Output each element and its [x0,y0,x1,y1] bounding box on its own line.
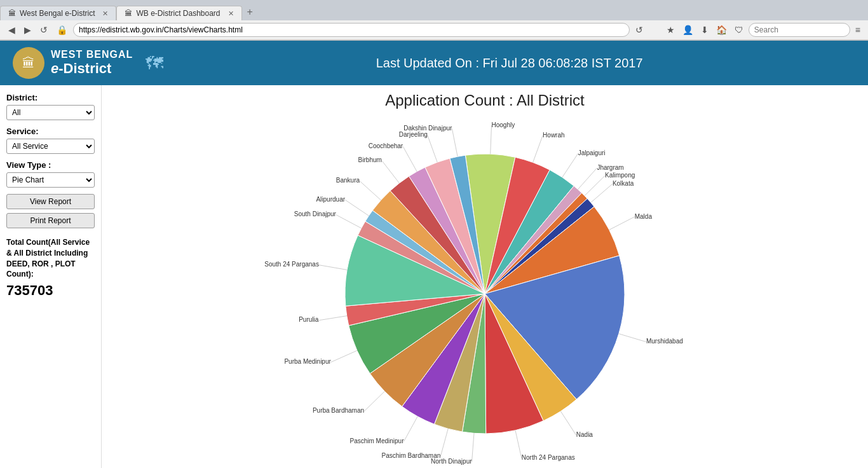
label-text-kalimpong: Kalimpong [605,172,635,179]
label-line-2 [562,153,578,177]
label-line-14 [331,350,357,362]
label-line-21 [403,146,417,171]
label-line-22 [428,135,437,162]
total-count-label: Total Count(All Service & All District I… [6,237,95,280]
label-text-coochbehar: Coochbehar [369,142,403,149]
district-select[interactable]: All [6,105,95,120]
label-line-6 [609,217,635,230]
service-label: Service: [6,127,95,136]
header-last-updated: Last Updated On : Fri Jul 28 06:08:28 IS… [163,56,855,71]
label-line-19 [360,181,381,200]
nav-bar: ◀ ▶ ↺ 🔒 ↺ ★ 👤 ⬇ 🏠 🛡 ≡ [0,20,868,40]
tab-wb-edistrict[interactable]: 🏛 West Bengal e-District ✕ [0,6,116,20]
total-count-value: 735703 [6,282,95,299]
label-text-paschim-bardhaman: Paschim Bardhaman [381,452,440,459]
label-line-10 [472,433,474,462]
label-line-20 [382,160,400,183]
main-content: District: All Service: All Service View … [0,85,868,468]
label-line-17 [336,215,362,228]
label-line-8 [560,411,576,436]
tab-label-2: WB e-District Dashboard [136,9,220,18]
logo-wb: West Bengal [51,48,133,60]
label-text-alipurduar: Alipurduar [316,196,345,203]
logo-emblem: 🏛 [13,47,44,79]
label-text-dakshin-dinajpur: Dakshin Dinajpur [403,125,452,132]
logo-edistrict: e-District [51,60,133,77]
label-text-darjeeling: Darjeeling [399,131,428,138]
chart-title: Application Count : All District [114,92,855,109]
reload-button[interactable]: ↺ [632,23,646,37]
district-label: District: [6,93,95,102]
tab-favicon-1: 🏛 [8,9,16,18]
label-line-18 [345,200,369,216]
tab-bar: 🏛 West Bengal e-District ✕ 🏛 WB e-Distri… [0,0,868,20]
menu-button[interactable]: ≡ [853,24,863,36]
back-button[interactable]: ◀ [5,23,18,37]
label-line-23 [452,128,458,156]
download-button[interactable]: ⬇ [698,24,711,36]
shield-button[interactable]: 🛡 [732,24,746,36]
label-text-murshidabad: Murshidabad [646,338,683,345]
label-text-kolkata: Kolkata [613,180,634,187]
label-line-11 [440,429,448,456]
pie-container: HooghlyHowrahJalpaiguriJhargramKalimpong… [114,116,855,468]
logo-text: West Bengal e-District [51,48,133,78]
print-report-button[interactable]: Print Report [6,213,95,228]
tab-dashboard[interactable]: 🏛 WB e-District Dashboard ✕ [116,6,241,20]
chart-area: Application Count : All District Hooghly… [102,85,868,468]
label-text-howrah: Howrah [543,132,564,139]
viewtype-label: View Type : [6,160,95,170]
tab-label-1: West Bengal e-District [20,9,95,18]
label-text-bankura: Bankura [336,177,360,184]
label-text-nadia: Nadia [576,431,593,438]
label-text-hooghly: Hooghly [491,121,515,128]
label-text-paschim-medinipur: Paschim Medinipur [349,437,404,444]
app-header: 🏛 West Bengal e-District 🗺 Last Updated … [0,41,868,85]
label-text-purba-medinipur: Purba Medinipur [284,358,331,365]
tab-close-2[interactable]: ✕ [228,10,234,18]
label-line-16 [319,265,347,270]
search-input[interactable] [749,23,850,37]
bookmark-button[interactable]: ★ [664,24,677,36]
label-line-0 [491,125,492,154]
label-line-12 [404,416,418,441]
label-line-13 [364,391,384,411]
label-line-15 [318,316,346,320]
reader-button[interactable]: 👤 [680,24,696,36]
label-text-malda: Malda [635,213,653,220]
label-text-south-24-parganas: South 24 Parganas [264,261,319,268]
viewtype-select[interactable]: Pie Chart Bar Chart [6,172,95,188]
label-text-south-dinajpur: South Dinajpur [294,210,337,217]
label-text-jhargram: Jhargram [597,164,623,171]
browser-chrome: 🏛 West Bengal e-District ✕ 🏛 WB e-Distri… [0,0,868,41]
pie-chart-svg: HooghlyHowrahJalpaiguriJhargramKalimpong… [320,128,650,459]
label-text-purulia: Purulia [299,316,319,323]
label-text-jalpaiguri: Jalpaiguri [578,149,606,156]
label-text-north-24-parganas: North 24 Parganas [522,454,575,461]
label-line-5 [591,184,613,202]
label-line-3 [578,168,597,189]
view-report-button[interactable]: View Report [6,194,95,209]
label-line-4 [585,176,605,196]
label-text-birbhum: Birbhum [358,156,382,163]
logo-area: 🏛 West Bengal e-District 🗺 [13,47,163,79]
home-button[interactable]: 🔒 [53,23,71,37]
tab-close-1[interactable]: ✕ [102,10,108,18]
label-line-1 [533,135,543,162]
new-tab-button[interactable]: + [242,4,258,20]
india-map-icon: 🗺 [146,53,163,74]
refresh-button[interactable]: ↺ [37,23,51,37]
sidebar: District: All Service: All Service View … [0,85,102,468]
tab-favicon-2: 🏛 [125,9,132,18]
service-select[interactable]: All Service [6,139,95,154]
home-nav-button[interactable]: 🏠 [714,24,729,36]
label-line-7 [619,334,646,342]
label-line-9 [515,430,522,458]
forward-button[interactable]: ▶ [21,23,34,37]
label-text-purba-bardhaman: Purba Bardhaman [313,407,364,414]
address-bar[interactable] [73,23,630,37]
